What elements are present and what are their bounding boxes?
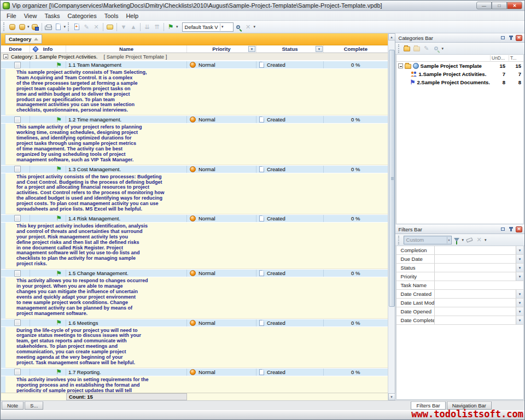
panel-close-icon[interactable]: ✕	[515, 226, 523, 232]
filter-dropdown-button[interactable]: ▼	[516, 307, 523, 316]
task-row[interactable]: ⚑ 1.4 Risk Management. Normal Created 0 …	[1, 214, 388, 223]
save-icon[interactable]	[30, 22, 40, 32]
status-filter-dropdown[interactable]: ▼	[316, 46, 323, 52]
filter-value-field[interactable]	[435, 290, 516, 298]
move-bottom-icon[interactable]: ⇊	[142, 22, 152, 32]
filter-value-field[interactable]	[435, 272, 516, 281]
combo-dropdown-icon[interactable]: ▼	[447, 237, 451, 243]
toolbar-overflow-icon[interactable]: ▾	[485, 238, 487, 242]
filter-row[interactable]: Date Completed ▼	[396, 316, 523, 325]
done-checkbox[interactable]	[14, 215, 21, 221]
filter-dropdown-button[interactable]: ▼	[516, 246, 523, 254]
filter-value-field[interactable]	[435, 246, 516, 254]
scrollbar-thumb[interactable]	[389, 50, 395, 307]
chevron-down-icon[interactable]: ▾	[462, 238, 464, 242]
filter-row[interactable]: Task Name	[396, 281, 523, 290]
task-row[interactable]: ⚑ 1.5 Change Management. Normal Created …	[1, 269, 388, 277]
toolbar-grip[interactable]	[398, 44, 400, 53]
menu-item[interactable]: Help	[122, 12, 142, 20]
panel-pin-icon[interactable]	[507, 226, 515, 232]
filter-dropdown-button[interactable]: ▼	[516, 316, 523, 324]
collapse-group-icon[interactable]	[3, 54, 8, 59]
tree-row-root[interactable]: Sample Project Template 15 15	[396, 62, 523, 70]
filter-dropdown-button[interactable]: ▼	[516, 255, 523, 263]
scroll-up-icon[interactable]: ▲	[388, 33, 395, 40]
panel-close-icon[interactable]: ✕	[515, 34, 523, 41]
done-checkbox[interactable]	[14, 319, 21, 326]
new-subcategory-icon[interactable]	[412, 44, 422, 53]
menu-item[interactable]: Categories	[64, 12, 101, 20]
column-header-done[interactable]: Done	[1, 45, 30, 52]
task-row[interactable]: ⚑ 1.6 Meetings Normal Created 0 %	[1, 319, 388, 327]
chevron-down-icon[interactable]: ▾	[27, 25, 30, 29]
database-open-icon[interactable]	[17, 22, 27, 32]
panel-restore-icon[interactable]	[499, 34, 506, 41]
filter-value-field[interactable]	[435, 316, 516, 324]
done-checkbox[interactable]	[14, 270, 21, 277]
comment-icon[interactable]	[105, 22, 115, 32]
edit-category-icon[interactable]: ✎	[422, 44, 431, 53]
filter-dropdown-button[interactable]: ▼	[516, 299, 523, 307]
minimize-button[interactable]: —	[476, 2, 492, 9]
filter-value-field[interactable]	[435, 299, 516, 307]
clear-filter-icon[interactable]	[464, 235, 474, 244]
task-row[interactable]: ⚑ 1.2 Time management. Normal Created 0 …	[1, 115, 388, 124]
bottom-tab[interactable]: Note	[2, 401, 24, 410]
task-view-combobox[interactable]: Default Task V ▼	[182, 22, 234, 32]
chevron-down-icon[interactable]: ▾	[176, 25, 178, 29]
done-checkbox[interactable]	[14, 116, 21, 123]
filter-value-field[interactable]	[435, 255, 516, 263]
apply-filter-icon[interactable]	[452, 235, 462, 244]
move-top-icon[interactable]: ⇈	[152, 22, 162, 32]
column-header-complete[interactable]: Complete	[324, 45, 388, 52]
new-task-icon[interactable]	[72, 22, 81, 32]
filter-row[interactable]: Due Date ▼	[396, 255, 523, 264]
filter-value-field[interactable]	[435, 281, 523, 289]
delete-filter-icon[interactable]: ✕	[474, 235, 484, 244]
panel-restore-icon[interactable]	[499, 226, 506, 232]
close-button[interactable]: ✕	[507, 2, 522, 9]
database-new-icon[interactable]	[7, 22, 17, 32]
menu-item[interactable]: Tasks	[40, 12, 63, 20]
filter-row[interactable]: Priority ▼	[396, 272, 523, 281]
filter-preset-combobox[interactable]: Custom ▼	[404, 236, 452, 244]
filter-dropdown-button[interactable]: ▼	[516, 264, 523, 272]
filter-row[interactable]: Status ▼	[396, 264, 523, 272]
filter-value-field[interactable]	[435, 264, 516, 272]
task-row[interactable]: ⚑ 1.1 Team Management Normal Created 0 %	[1, 61, 388, 69]
scroll-down-icon[interactable]: ▼	[388, 393, 395, 400]
edit-task-icon[interactable]: ✎	[81, 22, 91, 32]
print-icon[interactable]	[44, 22, 54, 32]
menu-item[interactable]: File	[3, 12, 20, 20]
done-checkbox[interactable]	[14, 62, 21, 68]
filter-dropdown-button[interactable]: ▼	[516, 290, 523, 298]
print-preview-icon[interactable]	[54, 22, 63, 32]
collapse-node-icon[interactable]	[398, 63, 403, 68]
flag-icon[interactable]: ⚑	[166, 22, 176, 32]
delete-task-icon[interactable]: ✕	[91, 22, 101, 32]
toolbar-overflow-icon[interactable]: ▾	[442, 46, 444, 51]
filter-dropdown-button[interactable]: ▼	[516, 272, 523, 281]
task-row[interactable]: ⚑ 1.3 Cost Management. Normal Created 0 …	[1, 165, 388, 173]
filter-value-field[interactable]	[435, 307, 516, 316]
column-header-undone[interactable]: UnD...	[490, 55, 509, 61]
toolbar-overflow-icon[interactable]: ▾	[64, 25, 66, 29]
column-header-info[interactable]: Info	[30, 45, 66, 52]
move-down-icon[interactable]: ▼	[119, 22, 129, 32]
tree-row-documents[interactable]: ⚑ 2.Sample Project Documents. 8 8	[396, 78, 523, 86]
filter-row[interactable]: Date Opened ▼	[396, 307, 523, 316]
new-category-icon[interactable]	[402, 44, 412, 53]
done-checkbox[interactable]	[14, 369, 21, 375]
column-header-name[interactable]: Name	[66, 45, 187, 52]
bottom-tab[interactable]: S...	[25, 401, 43, 410]
maximize-button[interactable]: □	[492, 2, 507, 9]
sort-category-button[interactable]: Category	[5, 34, 42, 44]
column-header-total[interactable]: T...	[509, 55, 523, 61]
combo-dropdown-icon[interactable]: ▼	[220, 24, 225, 31]
column-header-status[interactable]: Status▼	[256, 45, 324, 52]
move-up-icon[interactable]: ▲	[129, 22, 138, 32]
toolbar-grip[interactable]	[3, 22, 5, 31]
clear-filter-icon[interactable]: ✕	[243, 22, 253, 32]
vertical-scrollbar[interactable]: ▲ ▼	[388, 33, 395, 400]
category-group-row[interactable]: Category: 1.Sample Project Activities. […	[1, 53, 388, 61]
